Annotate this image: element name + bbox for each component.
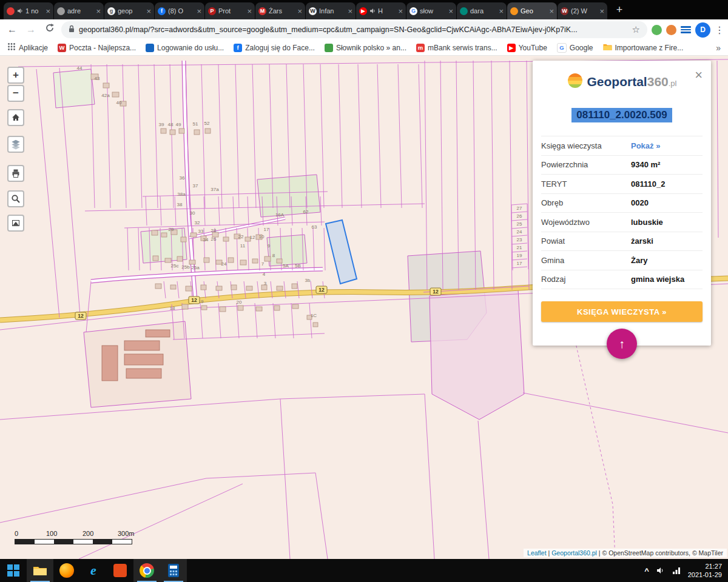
browser-tab[interactable]: MŻars×: [255, 2, 305, 19]
parcel-number: 16A: [275, 212, 285, 218]
tab-close-icon[interactable]: ×: [599, 7, 604, 16]
taskbar-chrome[interactable]: [133, 559, 160, 582]
extension-icon-orange[interactable]: [666, 25, 676, 35]
bookmark-item[interactable]: Aplikacje: [7, 42, 48, 53]
tab-close-icon[interactable]: ×: [549, 7, 554, 16]
tab-title: geop: [118, 7, 144, 15]
parcel-number: 48: [168, 122, 174, 127]
logo-pl: .pl: [669, 79, 677, 88]
forward-icon[interactable]: →: [24, 22, 38, 37]
tab-close-icon[interactable]: ×: [297, 7, 302, 16]
browser-tab[interactable]: 1 no×: [4, 2, 53, 19]
scale-bar: [15, 539, 132, 544]
start-button[interactable]: [0, 559, 27, 582]
tab-close-icon[interactable]: ×: [46, 7, 50, 16]
taskbar-app-red[interactable]: [107, 559, 133, 582]
network-icon[interactable]: [672, 567, 681, 574]
browser-tab[interactable]: ▶H×: [356, 2, 406, 19]
bookmark-item[interactable]: Logowanie do usłu...: [146, 44, 224, 52]
extension-icon-green[interactable]: [652, 25, 662, 35]
browser-tab[interactable]: PProt×: [205, 2, 255, 19]
browser-tab[interactable]: f(8) O×: [155, 2, 204, 19]
back-icon[interactable]: ←: [5, 22, 19, 37]
bookmark-item[interactable]: mmBank serwis trans...: [416, 44, 497, 52]
tab-close-icon[interactable]: ×: [247, 7, 252, 16]
taskbar-clock[interactable]: 21:27 2021-01-29: [688, 562, 722, 580]
parcel-number: 3b: [305, 278, 311, 283]
bookmark-item[interactable]: Słownik polsko » an...: [325, 44, 406, 52]
padlock-icon[interactable]: [69, 25, 75, 35]
browser-tab[interactable]: ggeop×: [104, 2, 154, 19]
leaflet-link[interactable]: Leaflet: [527, 549, 547, 557]
tab-audio-icon[interactable]: [17, 8, 23, 14]
parcel-number: 21: [517, 245, 522, 250]
zoom-in-button[interactable]: +: [7, 67, 24, 84]
browser-toolbar: ← → geoportal360.pl/map/?src=adwords&utm…: [0, 19, 728, 40]
bookmark-label: Logowanie do usłu...: [157, 44, 224, 52]
tab-title: (2) W: [571, 7, 597, 15]
tab-close-icon[interactable]: ×: [348, 7, 352, 16]
bookmark-label: Importowane z Fire...: [615, 44, 684, 52]
menu-kebab-icon[interactable]: ⋮: [715, 24, 723, 36]
tab-title: adre: [67, 7, 93, 15]
tab-favicon: W: [561, 7, 568, 15]
parcel-number: 19: [517, 253, 522, 258]
attribute-value: 0020: [631, 198, 703, 207]
home-button[interactable]: [7, 109, 24, 126]
attribute-label: Gmina: [541, 256, 631, 265]
parcel-number: 27: [517, 206, 522, 211]
zoom-out-button[interactable]: −: [7, 85, 24, 102]
refresh-icon[interactable]: [42, 22, 57, 37]
layers-button[interactable]: [7, 136, 24, 153]
tab-close-icon[interactable]: ×: [398, 7, 403, 16]
search-button[interactable]: [7, 190, 24, 207]
browser-tab[interactable]: Gsłow×: [406, 2, 456, 19]
scroll-top-button[interactable]: ↑: [607, 329, 637, 359]
bookmarks-overflow-icon[interactable]: »: [716, 43, 721, 53]
volume-icon[interactable]: [656, 566, 665, 575]
extension-icon-lines[interactable]: [681, 25, 691, 35]
bookmark-item[interactable]: Importowane z Fire...: [603, 43, 684, 53]
close-icon[interactable]: ×: [695, 69, 703, 81]
browser-tab[interactable]: WInfan×: [306, 2, 356, 19]
parcel-number: 33: [198, 229, 204, 234]
taskbar-explorer[interactable]: [27, 559, 53, 582]
parcel-info-panel: Geoportal360.pl × 081110_2.0020.509 Księ…: [533, 61, 711, 346]
browser-tab[interactable]: adre×: [54, 2, 104, 19]
address-bar[interactable]: geoportal360.pl/map/?src=adwords&utm_sou…: [61, 21, 647, 38]
area-screenshot-button[interactable]: [7, 215, 24, 232]
print-button[interactable]: [7, 165, 24, 182]
tab-close-icon[interactable]: ×: [96, 7, 101, 16]
tab-close-icon[interactable]: ×: [146, 7, 151, 16]
attribute-value-link[interactable]: Pokaż »: [631, 141, 703, 150]
attribute-label: Rodzaj: [541, 275, 631, 284]
profile-avatar[interactable]: D: [695, 22, 710, 38]
parcel-attribute-row: Księga wieczystaPokaż »: [541, 136, 703, 156]
parcel-id[interactable]: 081110_2.0020.509: [571, 108, 672, 122]
browser-tab[interactable]: dara×: [457, 2, 507, 19]
tab-close-icon[interactable]: ×: [197, 7, 201, 16]
tab-close-icon[interactable]: ×: [448, 7, 453, 16]
taskbar-calculator[interactable]: [160, 559, 187, 582]
bookmark-favicon: ▶: [507, 44, 516, 52]
tray-expand-icon[interactable]: ^: [644, 566, 649, 575]
bookmark-star-icon[interactable]: ☆: [632, 24, 640, 35]
map-area[interactable]: 444342a403948495152363737a38a38303233342…: [0, 56, 728, 559]
bookmark-item[interactable]: fZaloguj się do Face...: [234, 44, 315, 52]
taskbar-firefox[interactable]: [53, 559, 80, 582]
geoportal-link[interactable]: Geoportal360.pl: [551, 549, 597, 557]
parcel-number: 11: [240, 243, 246, 249]
bookmark-item[interactable]: ▶YouTube: [507, 44, 547, 52]
ksiega-wieczysta-button[interactable]: KSIĘGA WIECZYSTA »: [541, 301, 703, 322]
tab-audio-icon[interactable]: [369, 8, 376, 14]
browser-tab[interactable]: W(2) W×: [558, 2, 607, 19]
parcel-number: 7: [261, 261, 265, 267]
tab-close-icon[interactable]: ×: [499, 7, 504, 16]
bookmark-item[interactable]: GGoogle: [557, 43, 593, 53]
browser-tab[interactable]: Geo×: [507, 2, 557, 19]
taskbar-ie[interactable]: e: [80, 559, 107, 582]
bookmark-item[interactable]: WPoczta - Najlepsza...: [58, 44, 136, 52]
new-tab-button[interactable]: +: [612, 2, 627, 18]
bookmark-favicon: W: [58, 44, 66, 52]
scale-label: 200: [83, 530, 93, 537]
